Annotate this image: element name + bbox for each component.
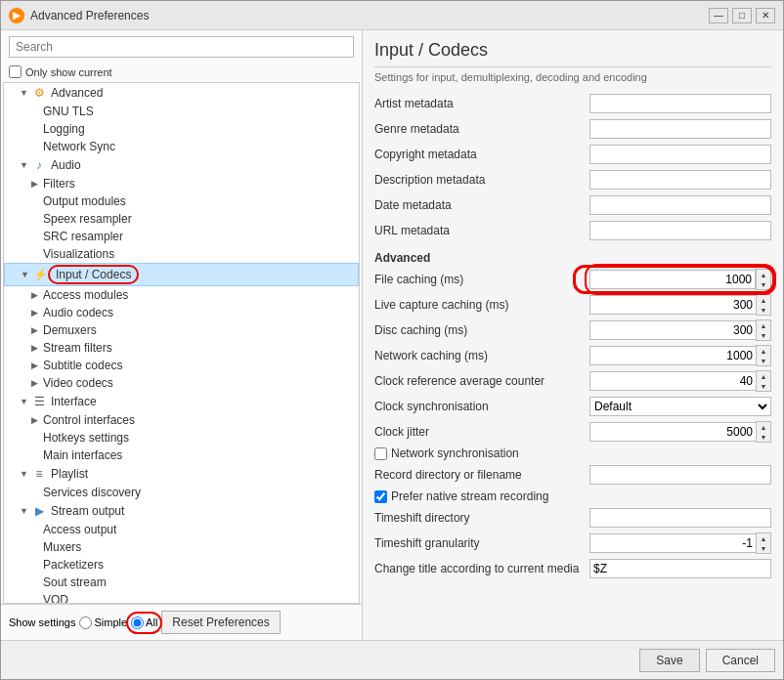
- all-radio-label[interactable]: All: [131, 616, 157, 629]
- clock-jitter-down[interactable]: ▼: [757, 432, 770, 442]
- tree-item-main-interfaces[interactable]: Main interfaces: [4, 446, 359, 464]
- tree-item-vod[interactable]: VOD: [4, 591, 359, 604]
- tree-item-advanced[interactable]: ▼ ⚙ Advanced: [4, 83, 359, 103]
- simple-radio[interactable]: [79, 616, 92, 629]
- network-caching-input[interactable]: [589, 346, 756, 365]
- tree-arrow-advanced[interactable]: ▼: [20, 88, 31, 98]
- simple-radio-label[interactable]: Simple: [79, 616, 127, 629]
- clock-jitter-up[interactable]: ▲: [757, 422, 770, 432]
- clock-jitter-input[interactable]: [589, 422, 756, 442]
- tree-arrow-video-codecs[interactable]: ▶: [31, 378, 43, 388]
- file-caching-up[interactable]: ▲: [757, 270, 770, 279]
- interface-icon: ☰: [31, 394, 47, 409]
- disc-caching-down[interactable]: ▼: [757, 330, 770, 340]
- file-caching-wrapper: ▲ ▼: [589, 269, 771, 290]
- tree-arrow-filters[interactable]: ▶: [31, 179, 43, 189]
- disc-caching-up[interactable]: ▲: [757, 320, 770, 330]
- tree-item-muxers[interactable]: Muxers: [4, 538, 359, 556]
- only-show-current-checkbox[interactable]: [9, 65, 22, 78]
- tree-item-logging[interactable]: Logging: [4, 120, 359, 138]
- network-sync-row: Network synchronisation: [374, 446, 771, 460]
- tree-item-audio[interactable]: ▼ ♪ Audio: [4, 155, 359, 175]
- tree-item-hotkeys[interactable]: Hotkeys settings: [4, 429, 359, 446]
- tree-item-output-modules[interactable]: Output modules: [4, 192, 359, 210]
- tree-item-interface[interactable]: ▼ ☰ Interface: [4, 392, 359, 411]
- tree-item-subtitle-codecs[interactable]: ▶ Subtitle codecs: [4, 357, 359, 374]
- tree-item-sout-stream[interactable]: Sout stream: [4, 574, 359, 591]
- clock-ref-down[interactable]: ▼: [757, 381, 770, 391]
- live-capture-up[interactable]: ▲: [757, 295, 770, 305]
- titlebar: ▶ Advanced Preferences — □ ✕: [1, 1, 783, 30]
- clock-sync-select[interactable]: Default: [589, 397, 771, 416]
- network-caching-up[interactable]: ▲: [757, 346, 770, 356]
- tree-arrow-interface[interactable]: ▼: [20, 397, 31, 406]
- genre-metadata-input[interactable]: [589, 119, 771, 139]
- save-button[interactable]: Save: [639, 649, 699, 672]
- live-capture-down[interactable]: ▼: [757, 305, 770, 315]
- change-title-input[interactable]: [589, 559, 771, 578]
- tree-item-filters[interactable]: ▶ Filters: [4, 175, 359, 192]
- clock-ref-input[interactable]: [589, 371, 756, 391]
- bottom-bar: Save Cancel: [1, 640, 783, 679]
- tree-container[interactable]: ▼ ⚙ Advanced GNU TLS Logging Network Syn…: [3, 82, 360, 604]
- tree-arrow-stream-output[interactable]: ▼: [20, 506, 31, 516]
- url-metadata-input[interactable]: [589, 221, 771, 240]
- tree-item-audio-codecs[interactable]: ▶ Audio codecs: [4, 304, 359, 321]
- live-capture-input[interactable]: [589, 295, 756, 315]
- prefer-native-checkbox[interactable]: [374, 490, 387, 503]
- timeshift-gran-up[interactable]: ▲: [757, 533, 770, 543]
- tree-arrow-input-codecs[interactable]: ▼: [21, 270, 32, 279]
- artist-metadata-input[interactable]: [589, 94, 771, 113]
- reset-preferences-button[interactable]: Reset Preferences: [161, 611, 280, 634]
- cancel-button[interactable]: Cancel: [706, 649, 775, 672]
- minimize-button[interactable]: —: [709, 8, 728, 23]
- all-radio[interactable]: [131, 616, 144, 629]
- tree-label-subtitle-codecs: Subtitle codecs: [43, 359, 122, 372]
- tree-item-network-sync[interactable]: Network Sync: [4, 138, 359, 155]
- tree-item-stream-filters[interactable]: ▶ Stream filters: [4, 339, 359, 357]
- tree-item-access-output[interactable]: Access output: [4, 521, 359, 538]
- copyright-metadata-input[interactable]: [589, 145, 771, 164]
- timeshift-gran-input[interactable]: [589, 533, 756, 553]
- tree-item-services-discovery[interactable]: Services discovery: [4, 484, 359, 501]
- tree-item-playlist[interactable]: ▼ ≡ Playlist: [4, 464, 359, 484]
- disc-caching-input[interactable]: [589, 320, 756, 340]
- tree-arrow-audio-codecs[interactable]: ▶: [31, 308, 43, 318]
- tree-item-demuxers[interactable]: ▶ Demuxers: [4, 321, 359, 339]
- clock-jitter-label: Clock jitter: [374, 425, 589, 439]
- network-caching-down[interactable]: ▼: [757, 356, 770, 365]
- description-metadata-input[interactable]: [589, 170, 771, 190]
- tree-item-stream-output[interactable]: ▼ ▶ Stream output: [4, 501, 359, 521]
- tree-item-speex[interactable]: Speex resampler: [4, 210, 359, 228]
- tree-item-control-interfaces[interactable]: ▶ Control interfaces: [4, 411, 359, 429]
- tree-item-packetizers[interactable]: Packetizers: [4, 556, 359, 574]
- tree-item-video-codecs[interactable]: ▶ Video codecs: [4, 374, 359, 392]
- clock-ref-up[interactable]: ▲: [757, 371, 770, 381]
- tree-item-access-modules[interactable]: ▶ Access modules: [4, 286, 359, 304]
- record-dir-input[interactable]: [589, 465, 771, 485]
- tree-arrow-stream-filters[interactable]: ▶: [31, 343, 43, 353]
- simple-radio-text: Simple: [94, 616, 127, 628]
- tree-arrow-audio[interactable]: ▼: [20, 160, 31, 170]
- network-caching-row: Network caching (ms) ▲ ▼: [374, 345, 771, 366]
- tree-item-gnu-tls[interactable]: GNU TLS: [4, 103, 359, 120]
- tree-arrow-subtitle[interactable]: ▶: [31, 361, 43, 370]
- tree-item-src[interactable]: SRC resampler: [4, 228, 359, 245]
- timeshift-gran-down[interactable]: ▼: [757, 543, 770, 553]
- timeshift-dir-input[interactable]: [589, 508, 771, 528]
- network-sync-checkbox[interactable]: [374, 447, 387, 460]
- close-button[interactable]: ✕: [756, 8, 775, 23]
- input-codecs-icon: ⚡: [32, 267, 48, 282]
- tree-item-visualizations[interactable]: Visualizations: [4, 245, 359, 263]
- file-caching-down[interactable]: ▼: [757, 279, 770, 289]
- left-panel: Only show current ▼ ⚙ Advanced GNU TLS L…: [1, 30, 363, 640]
- tree-arrow-playlist[interactable]: ▼: [20, 469, 31, 479]
- tree-arrow-demuxers[interactable]: ▶: [31, 325, 43, 335]
- maximize-button[interactable]: □: [732, 8, 752, 23]
- file-caching-input[interactable]: [589, 270, 756, 289]
- tree-arrow-access[interactable]: ▶: [31, 290, 43, 300]
- search-input[interactable]: [9, 36, 354, 58]
- tree-item-input-codecs[interactable]: ▼ ⚡ Input / Codecs: [4, 263, 359, 286]
- tree-arrow-control[interactable]: ▶: [31, 415, 43, 425]
- date-metadata-input[interactable]: [589, 195, 771, 215]
